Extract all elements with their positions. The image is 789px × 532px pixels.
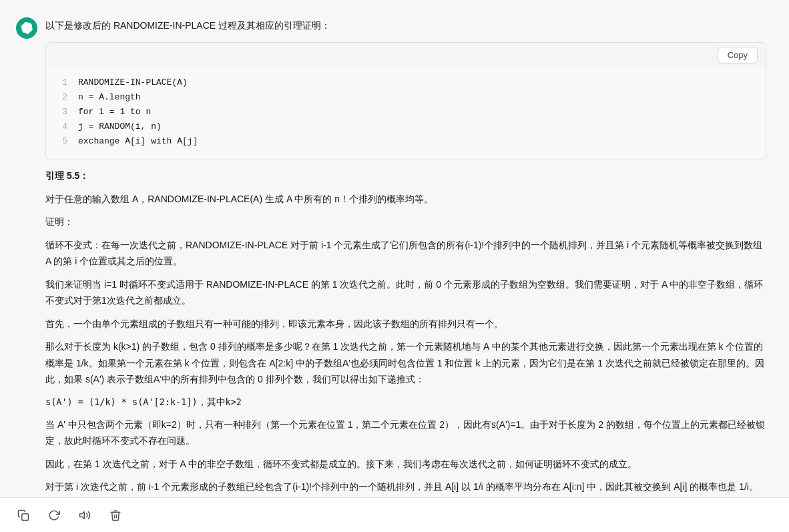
avatar	[16, 17, 37, 39]
code-line-5: 5 exchange A[i] with A[j]	[57, 134, 755, 149]
message-content: 以下是修改后的 RANDOMIZE-IN-PLACE 过程及其相应的引理证明： …	[45, 17, 766, 532]
message-row: 以下是修改后的 RANDOMIZE-IN-PLACE 过程及其相应的引理证明： …	[0, 11, 789, 532]
copy-toolbar-button[interactable]	[13, 505, 33, 525]
refresh-button[interactable]	[44, 505, 64, 525]
lemma-statement: 对于任意的输入数组 A，RANDOMIZE-IN-PLACE(A) 生成 A 中…	[45, 191, 766, 208]
code-line-2: 2 n = A.length	[57, 90, 755, 105]
line-code-5: exchange A[i] with A[j]	[78, 134, 198, 149]
chat-container: 以下是修改后的 RANDOMIZE-IN-PLACE 过程及其相应的引理证明： …	[0, 0, 789, 532]
volume-icon	[79, 509, 91, 521]
chatgpt-logo	[21, 22, 33, 34]
line-number-1: 1	[57, 75, 67, 90]
volume-button[interactable]	[75, 505, 95, 525]
code-block-header: Copy	[46, 43, 766, 67]
lemma-title: 引理 5.5：	[45, 168, 766, 184]
intro-text: 以下是修改后的 RANDOMIZE-IN-PLACE 过程及其相应的引理证明：	[45, 17, 766, 34]
trash-icon	[109, 509, 121, 521]
code-block-wrapper: Copy 1 RANDOMIZE-IN-PLACE(A) 2 n = A.len…	[45, 42, 766, 160]
line-number-4: 4	[57, 119, 67, 134]
proof-para-3: 首先，一个由单个元素组成的子数组只有一种可能的排列，即该元素本身，因此该子数组的…	[45, 316, 766, 332]
line-code-4: j = RANDOM(i, n)	[78, 119, 162, 134]
line-code-1: RANDOMIZE-IN-PLACE(A)	[78, 75, 188, 90]
formula: s(A') = (1/k) * s(A'[2:k-1])，其中k>2	[45, 394, 766, 410]
line-number-5: 5	[57, 134, 67, 149]
line-code-2: n = A.length	[78, 90, 141, 105]
proof-para-5: 当 A' 中只包含两个元素（即k=2）时，只有一种排列（第一个元素在位置 1，第…	[45, 417, 766, 449]
line-code-3: for i = 1 to n	[78, 105, 151, 119]
proof-para-6: 因此，在第 1 次迭代之前，对于 A 中的非空子数组，循环不变式都是成立的。接下…	[45, 456, 766, 473]
proof-para-2: 我们来证明当 i=1 时循环不变式适用于 RANDOMIZE-IN-PLACE …	[45, 276, 766, 309]
code-block: 1 RANDOMIZE-IN-PLACE(A) 2 n = A.length 3…	[46, 67, 766, 160]
line-number-3: 3	[57, 105, 67, 119]
code-line-1: 1 RANDOMIZE-IN-PLACE(A)	[57, 75, 755, 90]
line-number-2: 2	[57, 90, 67, 105]
proof-label: 证明：	[45, 214, 766, 230]
copy-button[interactable]: Copy	[718, 47, 758, 63]
svg-rect-0	[22, 513, 29, 520]
code-line-4: 4 j = RANDOM(i, n)	[57, 119, 755, 134]
bottom-toolbar	[0, 497, 789, 532]
copy-icon	[17, 509, 29, 521]
refresh-icon	[48, 509, 60, 521]
code-line-3: 3 for i = 1 to n	[57, 105, 755, 119]
svg-marker-1	[80, 511, 85, 519]
trash-button[interactable]	[105, 505, 125, 525]
proof-para-1: 循环不变式：在每一次迭代之前，RANDOMIZE-IN-PLACE 对于前 i-…	[45, 237, 766, 270]
proof-para-4: 那么对于长度为 k(k>1) 的子数组，包含 0 排列的概率是多少呢？在第 1 …	[45, 338, 766, 388]
